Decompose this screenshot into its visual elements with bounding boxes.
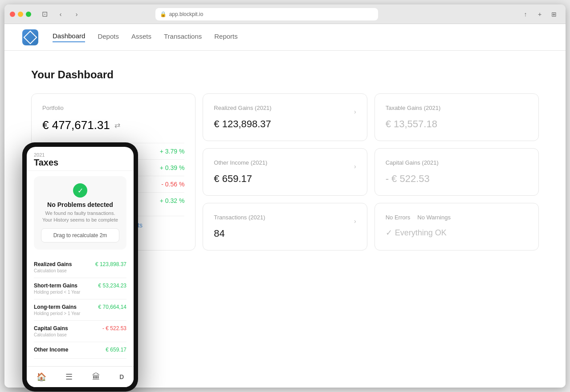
status-card: No Errors No Warnings ✓ Everything OK: [375, 203, 539, 251]
phone-nav-menu[interactable]: ☰: [62, 370, 76, 384]
nav-transactions[interactable]: Transactions: [164, 32, 202, 42]
browser-actions: ↑ + ⊞: [519, 8, 560, 20]
more-button[interactable]: ⊞: [548, 8, 560, 20]
top-nav: Dashboard Depots Assets Transactions Rep…: [4, 24, 566, 51]
other-income-label: Other Income (2021): [214, 159, 267, 166]
no-problems-title: No Problems detected: [41, 201, 119, 208]
phone-overlay: 2021 Taxes ✓ No Problems detected We fou…: [22, 142, 138, 392]
realized-gains-arrow[interactable]: ›: [354, 108, 356, 115]
share-button[interactable]: ↑: [519, 8, 532, 20]
phone-stat-long-term: Long-term Gains Holding period > 1 Year …: [34, 299, 126, 321]
short-term-stat-label: Short-term Gains: [34, 283, 80, 289]
browser-titlebar: ⊡ ‹ › 🔒 app.blockpit.io ↑ + ⊞: [4, 4, 566, 24]
phone-stat-short-term: Short-term Gains Holding period < 1 Year…: [34, 278, 126, 299]
capital-gains-card: Capital Gains (2021) - € 522.53: [375, 148, 539, 196]
portfolio-amount: € 477,671.31: [42, 118, 110, 132]
phone-nav-depot[interactable]: D: [116, 372, 127, 382]
other-income-stat-label: Other Income: [34, 347, 68, 353]
realized-gains-header: Realized Gains (2021) ›: [214, 105, 356, 118]
realized-gains-stat-sublabel: Calculation base: [34, 268, 72, 273]
xlm-change: - 0.56 %: [161, 181, 184, 188]
swap-icon[interactable]: ⇄: [114, 121, 120, 129]
other-income-value: € 659.17: [214, 173, 356, 185]
taxable-gains-value: € 13,557.18: [386, 118, 528, 130]
transactions-label: Transactions (2021): [214, 214, 265, 221]
no-problems-desc: We found no faulty transactions.Your His…: [41, 210, 119, 224]
drag-time-value: 2m: [100, 232, 107, 238]
no-errors-label: No Errors: [386, 214, 411, 221]
phone-stat-other-income: Other Income € 659.17: [34, 342, 126, 359]
phone-bottom-nav: 🏠 ☰ 🏛 D: [27, 366, 134, 387]
transactions-value: 84: [214, 228, 356, 239]
lock-icon: 🔒: [160, 11, 167, 17]
phone-stat-capital-gains: Capital Gains Calculation base - € 522.5…: [34, 321, 126, 342]
status-row: No Errors No Warnings: [386, 214, 528, 221]
traffic-lights: [10, 12, 31, 17]
logo: [22, 29, 38, 45]
taxable-gains-card: Taxable Gains (2021) € 13,557.18: [375, 93, 539, 141]
taxable-gains-label: Taxable Gains (2021): [386, 105, 528, 111]
minimize-button[interactable]: [18, 12, 23, 17]
check-icon: ✓: [386, 228, 392, 238]
btc-change: + 0.39 %: [160, 164, 185, 171]
nav-links: Dashboard Depots Assets Transactions Rep…: [53, 32, 238, 42]
phone-stat-label-col3: Long-term Gains Holding period > 1 Year: [34, 304, 80, 316]
drag-label: Drag to recalculate: [53, 232, 98, 238]
nav-depots[interactable]: Depots: [98, 32, 119, 42]
capital-gains-stat-sublabel: Calculation base: [34, 332, 68, 337]
phone-nav-home[interactable]: 🏠: [33, 370, 50, 384]
capital-gains-label: Capital Gains (2021): [386, 159, 528, 166]
no-warnings-label: No Warnings: [417, 214, 451, 221]
short-term-stat-value: € 53,234.23: [98, 283, 126, 289]
capital-gains-stat-label: Capital Gains: [34, 325, 68, 331]
nav-dashboard[interactable]: Dashboard: [53, 32, 85, 42]
phone-header: 2021 Taxes: [27, 147, 134, 171]
realized-gains-label: Realized Gains (2021): [214, 105, 271, 111]
phone-year: 2021: [34, 152, 126, 158]
capital-gains-value: - € 522.53: [386, 173, 528, 185]
transactions-card: Transactions (2021) › 84: [203, 203, 367, 251]
add-tab-button[interactable]: +: [533, 8, 546, 20]
everything-ok-text: Everything OK: [395, 228, 447, 238]
portfolio-value: € 477,671.31 ⇄: [42, 118, 184, 132]
other-income-header: Other Income (2021) ›: [214, 159, 356, 173]
long-term-stat-sublabel: Holding period > 1 Year: [34, 311, 80, 316]
url-text: app.blockpit.io: [169, 11, 204, 17]
phone-nav-bank[interactable]: 🏛: [89, 371, 104, 384]
no-problems-card: ✓ No Problems detected We found no fault…: [34, 176, 126, 250]
other-income-arrow[interactable]: ›: [354, 163, 356, 170]
other-income-card: Other Income (2021) › € 659.17: [203, 148, 367, 196]
long-term-stat-label: Long-term Gains: [34, 304, 80, 310]
long-term-stat-value: € 70,664,14: [98, 304, 126, 310]
address-bar[interactable]: 🔒 app.blockpit.io: [155, 8, 378, 20]
drag-recalculate[interactable]: Drag to recalculate 2m: [41, 228, 119, 242]
transactions-arrow[interactable]: ›: [354, 218, 356, 225]
shield-icon: ✓: [73, 183, 87, 198]
phone-stat-label-col4: Capital Gains Calculation base: [34, 325, 68, 337]
logo-mark: [23, 30, 37, 44]
phone-stat-realized-gains: Realized Gains Calculation base € 123,89…: [34, 257, 126, 278]
portfolio-label: Portfolio: [42, 105, 184, 111]
phone-stat-label-col2: Short-term Gains Holding period < 1 Year: [34, 283, 80, 295]
short-term-stat-sublabel: Holding period < 1 Year: [34, 290, 80, 295]
eth-change: + 3.79 %: [160, 148, 185, 155]
realized-gains-card: Realized Gains (2021) › € 123,898.37: [203, 93, 367, 141]
page-title: Your Dashboard: [31, 69, 539, 81]
bch-change: + 0.32 %: [160, 197, 185, 204]
transactions-header: Transactions (2021) ›: [214, 214, 356, 228]
phone-stat-label-col: Realized Gains Calculation base: [34, 261, 72, 273]
realized-gains-stat-value: € 123,898.37: [95, 261, 126, 267]
back-button[interactable]: ‹: [54, 8, 67, 20]
realized-gains-value: € 123,898.37: [214, 118, 356, 130]
phone-stat-label-col5: Other Income: [34, 347, 68, 354]
nav-assets[interactable]: Assets: [131, 32, 151, 42]
phone-title: Taxes: [34, 158, 126, 168]
forward-button[interactable]: ›: [70, 8, 83, 20]
maximize-button[interactable]: [26, 12, 31, 17]
phone-body: ✓ No Problems detected We found no fault…: [27, 171, 134, 366]
capital-gains-stat-value: - € 522.53: [102, 325, 126, 331]
close-button[interactable]: [10, 12, 15, 17]
sidebar-toggle-button[interactable]: ⊡: [38, 8, 51, 20]
everything-ok: ✓ Everything OK: [386, 228, 528, 238]
nav-reports[interactable]: Reports: [214, 32, 238, 42]
